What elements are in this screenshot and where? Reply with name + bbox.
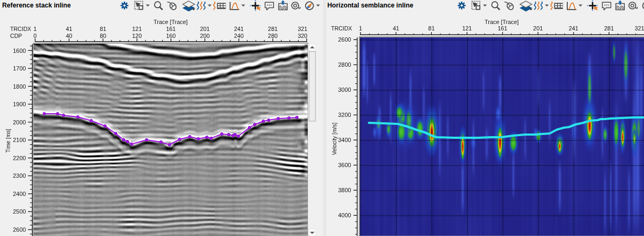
svg-text:121: 121: [462, 25, 472, 32]
svg-text:280: 280: [268, 33, 278, 39]
svg-text:80: 80: [100, 33, 106, 39]
svg-text:281: 281: [268, 26, 278, 32]
svg-text:TRCIDX: TRCIDX: [10, 26, 31, 32]
svg-text:161: 161: [166, 26, 176, 32]
svg-text:201: 201: [533, 25, 543, 32]
svg-text:41: 41: [393, 25, 399, 32]
svg-text:CDP: CDP: [10, 33, 22, 39]
svg-text:121: 121: [132, 26, 142, 32]
svg-text:281: 281: [604, 25, 614, 32]
svg-text:3400: 3400: [338, 137, 351, 143]
svg-text:2200: 2200: [13, 155, 26, 161]
svg-text:321: 321: [634, 25, 644, 32]
svg-text:2600: 2600: [13, 226, 26, 233]
svg-text:2800: 2800: [338, 61, 351, 68]
svg-text:241: 241: [234, 26, 244, 32]
svg-text:200: 200: [200, 33, 210, 39]
svg-text:161: 161: [498, 25, 508, 32]
svg-text:Trace [Trace]: Trace [Trace]: [154, 19, 188, 25]
svg-text:1: 1: [359, 25, 362, 32]
svg-text:1: 1: [34, 26, 37, 32]
svg-text:2100: 2100: [13, 137, 26, 143]
svg-text:3200: 3200: [338, 112, 351, 118]
svg-text:321: 321: [297, 26, 307, 32]
svg-text:4000: 4000: [338, 212, 351, 218]
svg-text:3600: 3600: [338, 162, 351, 168]
svg-text:120: 120: [132, 33, 142, 39]
svg-text:1800: 1800: [13, 83, 26, 90]
svg-text:81: 81: [100, 26, 106, 32]
svg-text:3000: 3000: [338, 86, 351, 93]
svg-text:Trace [Trace]: Trace [Trace]: [485, 19, 519, 25]
svg-text:2600: 2600: [338, 36, 351, 43]
svg-text:2000: 2000: [13, 119, 26, 125]
svg-text:TRCIDX: TRCIDX: [331, 25, 352, 32]
svg-text:41: 41: [66, 26, 72, 32]
svg-text:1600: 1600: [13, 48, 26, 54]
svg-text:0: 0: [34, 33, 37, 39]
svg-text:Velocity [m/s]: Velocity [m/s]: [332, 123, 337, 155]
svg-text:3800: 3800: [338, 187, 351, 193]
svg-text:Time [ms]: Time [ms]: [5, 129, 11, 153]
svg-text:40: 40: [66, 33, 72, 39]
svg-text:2400: 2400: [13, 191, 26, 197]
svg-text:2300: 2300: [13, 172, 26, 179]
svg-text:1700: 1700: [13, 65, 26, 72]
svg-text:240: 240: [234, 33, 244, 39]
svg-text:320: 320: [297, 33, 307, 39]
svg-text:160: 160: [166, 33, 176, 39]
svg-text:81: 81: [428, 25, 434, 32]
svg-text:201: 201: [200, 26, 210, 32]
svg-text:241: 241: [569, 25, 578, 32]
svg-text:2500: 2500: [13, 208, 26, 215]
svg-text:1900: 1900: [13, 101, 26, 107]
